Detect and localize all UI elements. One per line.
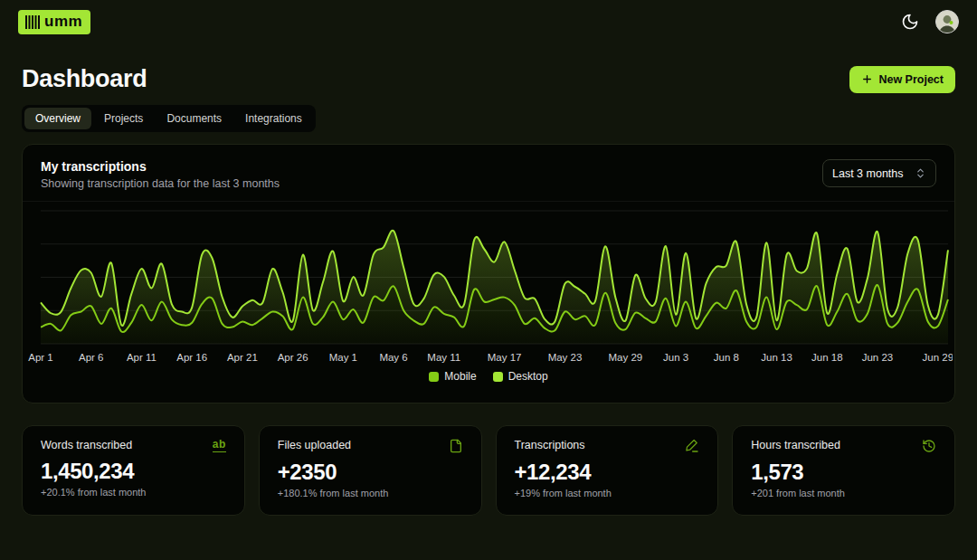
stat-value: +2350 xyxy=(278,460,463,485)
tab-overview[interactable]: Overview xyxy=(24,108,91,129)
page-title: Dashboard xyxy=(22,65,147,93)
avatar-image xyxy=(936,11,958,33)
chart-title: My transcriptions xyxy=(41,159,280,174)
mobile-swatch-icon xyxy=(429,372,439,382)
x-tick-label: Apr 21 xyxy=(227,352,258,363)
page-content: Dashboard New Project Overview Projects … xyxy=(0,65,977,516)
x-tick-label: Apr 16 xyxy=(176,352,207,363)
stat-delta: +180.1% from last month xyxy=(278,488,463,498)
transcriptions-area-chart: Apr 1Apr 6Apr 11Apr 16Apr 21Apr 26May 1M… xyxy=(23,202,953,368)
stat-delta: +20.1% from last month xyxy=(41,487,226,498)
stat-card-words: Words transcribed ab 1,450,234 +20.1% fr… xyxy=(22,425,245,516)
topbar: umm xyxy=(0,0,977,43)
stat-card-files: Files uploaded +2350 +180.1% from last m… xyxy=(259,425,482,516)
x-tick-label: May 6 xyxy=(379,352,407,363)
logo-text: umm xyxy=(44,14,82,29)
stat-value: 1,450,234 xyxy=(41,459,226,484)
x-tick-label: Jun 8 xyxy=(714,352,739,363)
stat-delta: +19% from last month xyxy=(515,488,700,498)
tab-bar: Overview Projects Documents Integrations xyxy=(22,105,316,132)
date-range-select[interactable]: Last 3 months xyxy=(822,159,936,187)
chart-card-header: My transcriptions Showing transcription … xyxy=(23,145,954,202)
chevrons-up-down-icon xyxy=(915,167,926,179)
stat-card-hours: Hours transcribed 1,573 +201 from last m… xyxy=(732,425,955,516)
x-tick-label: Jun 13 xyxy=(761,352,792,363)
file-icon xyxy=(449,439,463,453)
stat-cards-row: Words transcribed ab 1,450,234 +20.1% fr… xyxy=(22,425,955,516)
x-tick-label: Jun 23 xyxy=(862,352,894,363)
page-head: Dashboard New Project xyxy=(22,65,955,93)
transcriptions-card: My transcriptions Showing transcription … xyxy=(22,144,955,403)
stat-value: 1,573 xyxy=(751,460,936,485)
top-actions xyxy=(901,10,959,33)
x-tick-label: Apr 1 xyxy=(28,352,53,363)
chart-body: Apr 1Apr 6Apr 11Apr 16Apr 21Apr 26May 1M… xyxy=(23,202,954,368)
legend-label-desktop: Desktop xyxy=(508,370,548,383)
tab-projects[interactable]: Projects xyxy=(93,108,154,129)
legend-label-mobile: Mobile xyxy=(444,370,476,383)
x-tick-label: May 23 xyxy=(548,352,583,363)
moon-icon xyxy=(901,13,919,31)
history-icon xyxy=(922,439,936,453)
pencil-icon xyxy=(685,439,699,453)
user-avatar[interactable] xyxy=(935,10,959,33)
new-project-button[interactable]: New Project xyxy=(849,66,955,93)
stat-card-transcriptions: Transcriptions +12,234 +19% from last mo… xyxy=(496,425,719,516)
stat-value: +12,234 xyxy=(515,460,700,485)
legend-item-desktop: Desktop xyxy=(493,370,548,383)
stat-label: Hours transcribed xyxy=(751,439,840,451)
stat-delta: +201 from last month xyxy=(751,488,936,498)
x-tick-label: May 17 xyxy=(488,352,522,363)
x-tick-label: May 11 xyxy=(427,352,460,363)
tab-documents[interactable]: Documents xyxy=(156,108,232,129)
chart-subtitle: Showing transcription data for the last … xyxy=(41,177,280,190)
stat-label: Files uploaded xyxy=(278,439,351,451)
chart-card-titles: My transcriptions Showing transcription … xyxy=(41,159,280,190)
brand-logo: umm xyxy=(18,10,90,34)
chart-legend: Mobile Desktop xyxy=(23,368,954,392)
theme-toggle-button[interactable] xyxy=(901,13,919,31)
x-tick-label: Apr 26 xyxy=(278,352,308,363)
new-project-label: New Project xyxy=(878,73,944,86)
logo-bars-icon xyxy=(25,15,40,29)
legend-item-mobile: Mobile xyxy=(429,370,476,383)
stat-label: Transcriptions xyxy=(515,439,585,451)
x-tick-label: Jun 29 xyxy=(923,352,953,363)
tab-integrations[interactable]: Integrations xyxy=(234,108,313,129)
x-tick-label: Jun 18 xyxy=(811,352,843,363)
x-tick-label: May 29 xyxy=(609,352,643,363)
plus-icon xyxy=(861,73,873,85)
desktop-swatch-icon xyxy=(493,372,503,382)
x-tick-label: May 1 xyxy=(329,352,357,363)
x-tick-label: Apr 11 xyxy=(127,352,157,363)
date-range-value: Last 3 months xyxy=(832,167,904,180)
stat-label: Words transcribed xyxy=(41,439,132,451)
x-tick-label: Apr 6 xyxy=(79,352,104,363)
whole-word-icon: ab xyxy=(213,439,226,452)
x-tick-label: Jun 3 xyxy=(663,352,688,363)
